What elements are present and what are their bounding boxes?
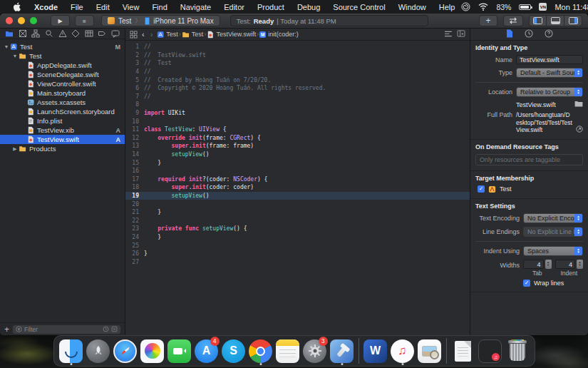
dock-word[interactable]: W — [362, 337, 389, 365]
source-control-status-icon[interactable] — [111, 326, 118, 332]
input-source-icon[interactable]: VN — [539, 3, 547, 11]
location-popup[interactable]: Relative to Group▲▼ — [516, 87, 583, 97]
file-row-info-plist[interactable]: Info.plist — [0, 116, 125, 126]
indent-width-stepper[interactable]: 4▲▼ — [555, 260, 584, 269]
filter-field[interactable]: Filter — [13, 325, 120, 334]
close-window-button[interactable] — [6, 17, 13, 24]
toggle-navigator-button[interactable] — [529, 15, 547, 26]
add-file-button[interactable]: + — [4, 324, 9, 334]
text-encoding-popup[interactable]: No Explicit Encoding▲▼ — [523, 213, 583, 223]
menu-extra-swirl-icon[interactable] — [461, 2, 470, 11]
navigator-tab-project[interactable] — [4, 29, 16, 39]
file-row-appdelegate-swift[interactable]: AppDelegate.swift — [0, 61, 125, 70]
breadcrumb-item-init-coder[interactable]: Minit(coder:) — [259, 31, 299, 38]
menu-item-debug[interactable]: Debug — [291, 3, 326, 11]
menu-item-view[interactable]: View — [116, 3, 146, 11]
dock-notes[interactable] — [274, 337, 301, 365]
file-row-products[interactable]: ▶Products — [0, 144, 125, 153]
navigator-tab-breakpoints[interactable] — [96, 29, 108, 39]
file-row-testview-xib[interactable]: TestView.xibA — [0, 126, 125, 135]
menu-item-xcode[interactable]: Xcode — [28, 3, 64, 11]
stop-button[interactable]: ■ — [75, 15, 94, 26]
history-inspector-tab[interactable] — [525, 29, 533, 39]
source-code-editor[interactable]: 1//2// TestView.swift3// Test4//5// Crea… — [125, 41, 470, 335]
breadcrumb-item-testview-swift[interactable]: TestView.swift — [207, 31, 256, 39]
file-row-viewcontroller-swift[interactable]: ViewController.swift — [0, 79, 125, 88]
dock-trash[interactable] — [504, 337, 531, 365]
file-row-test[interactable]: ▼Test — [0, 51, 125, 61]
battery-icon[interactable] — [519, 4, 531, 10]
menu-item-window[interactable]: Window — [392, 3, 433, 11]
indent-using-popup[interactable]: Spaces▲▼ — [523, 246, 583, 256]
dock-music[interactable]: ♫ — [389, 337, 416, 365]
file-row-launchscreen-storyboard[interactable]: LaunchScreen.storyboard — [0, 107, 125, 116]
breadcrumb-item-test[interactable]: Test — [157, 31, 178, 39]
dock-finder[interactable] — [58, 337, 85, 365]
disclosure-triangle[interactable]: ▶ — [11, 146, 19, 152]
dock-safari[interactable] — [112, 337, 139, 365]
wrap-lines-checkbox[interactable]: ✓ — [523, 280, 530, 287]
breadcrumb-item-test[interactable]: Test — [182, 31, 204, 39]
back-button[interactable]: ‹ — [140, 30, 146, 39]
menu-clock[interactable]: Mon 11:48 PM — [555, 3, 588, 11]
name-field[interactable]: TestView.swift — [516, 55, 583, 64]
navigator-tab-find[interactable] — [43, 29, 56, 39]
dock-appstore[interactable]: A4 — [193, 337, 220, 365]
menu-item-file[interactable]: File — [64, 3, 90, 11]
resource-tags-field[interactable]: Only resources are taggable — [475, 154, 583, 165]
quick-help-inspector-tab[interactable] — [545, 29, 553, 39]
file-row-scenedelegate-swift[interactable]: SceneDelegate.swift — [0, 70, 125, 79]
toggle-inspector-button[interactable] — [564, 15, 582, 26]
menu-item-edit[interactable]: Edit — [90, 3, 116, 11]
scheme-selector[interactable]: Test 〉 iPhone 11 Pro Max — [101, 15, 220, 26]
target-membership-row[interactable]: ✓ Test — [475, 185, 583, 193]
toggle-debug-area-button[interactable] — [547, 15, 564, 26]
menu-item-product[interactable]: Product — [251, 3, 291, 11]
type-popup[interactable]: Default - Swift Source▲▼ — [516, 68, 583, 78]
menu-item-find[interactable]: Find — [145, 3, 173, 11]
forward-button[interactable]: › — [149, 30, 155, 39]
file-row-testview-swift[interactable]: TestView.swiftA — [0, 135, 125, 144]
file-inspector-tab[interactable] — [506, 29, 513, 39]
wifi-icon[interactable] — [478, 3, 488, 11]
target-checkbox[interactable]: ✓ — [478, 185, 485, 193]
recent-files-icon[interactable] — [103, 326, 109, 332]
navigator-tab-issues[interactable] — [56, 29, 68, 39]
zoom-window-button[interactable] — [30, 17, 37, 24]
related-items-icon[interactable] — [130, 31, 138, 39]
disclosure-triangle[interactable]: ▼ — [3, 44, 10, 49]
menu-item-navigate[interactable]: Navigate — [174, 3, 217, 11]
open-in-finder-icon[interactable] — [576, 126, 583, 134]
dock-photos[interactable] — [139, 337, 166, 365]
dock-preview[interactable] — [416, 337, 443, 365]
dock-skype[interactable]: S — [220, 337, 247, 365]
line-endings-popup[interactable]: No Explicit Line Endings▲▼ — [523, 227, 583, 237]
run-button[interactable]: ▶ — [51, 15, 70, 26]
library-add-button[interactable]: + — [479, 15, 497, 26]
file-row-assets-xcassets[interactable]: Assets.xcassets — [0, 98, 125, 107]
navigator-tab-reports[interactable] — [110, 29, 122, 39]
apple-menu-icon[interactable] — [7, 2, 28, 11]
dock-sysprefs[interactable]: 3 — [301, 337, 329, 365]
adjust-editor-icon[interactable] — [444, 31, 453, 39]
dock-launchpad[interactable] — [85, 337, 112, 365]
dock-facetime[interactable] — [166, 337, 193, 365]
file-row-test[interactable]: ▼TestM — [0, 42, 125, 51]
tab-width-stepper[interactable]: 4▲▼ — [523, 260, 552, 269]
menu-item-source-control[interactable]: Source Control — [326, 3, 391, 11]
file-row-main-storyboard[interactable]: Main.storyboard — [0, 88, 125, 98]
menu-item-editor[interactable]: Editor — [217, 3, 251, 11]
navigator-tab-symbols[interactable] — [30, 29, 42, 39]
dock-chrome[interactable] — [247, 337, 274, 365]
menu-item-help[interactable]: Help — [433, 3, 462, 11]
navigator-tab-tests[interactable] — [70, 29, 82, 39]
navigator-tab-source-control[interactable] — [17, 29, 29, 39]
dock-downloads[interactable]: ♫ — [477, 337, 504, 365]
dock-xcode[interactable] — [329, 337, 356, 365]
choose-location-folder-icon[interactable] — [574, 101, 583, 108]
editor-options-button[interactable] — [503, 15, 523, 26]
minimize-window-button[interactable] — [18, 17, 25, 24]
disclosure-triangle[interactable]: ▼ — [11, 53, 19, 58]
add-editor-icon[interactable] — [457, 30, 465, 39]
dock-documents[interactable] — [450, 337, 477, 365]
